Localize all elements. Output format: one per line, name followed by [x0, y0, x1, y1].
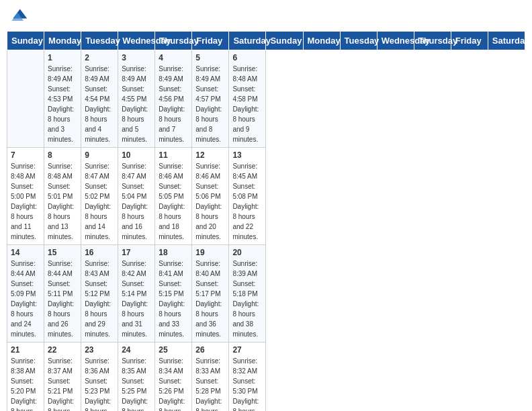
logo [9, 7, 31, 26]
cell-info: Sunrise: 8:48 AM Sunset: 4:58 PM Dayligh… [232, 64, 262, 144]
header-day-tuesday: Tuesday [340, 32, 377, 50]
day-number: 18 [159, 248, 188, 257]
cell-info: Sunrise: 8:49 AM Sunset: 4:57 PM Dayligh… [195, 64, 225, 144]
cell-info: Sunrise: 8:36 AM Sunset: 5:23 PM Dayligh… [85, 356, 114, 411]
calendar-cell: 6 Sunrise: 8:48 AM Sunset: 4:58 PM Dayli… [229, 50, 266, 148]
cell-info: Sunrise: 8:48 AM Sunset: 5:01 PM Dayligh… [48, 161, 77, 242]
header-wednesday: Wednesday [118, 32, 155, 50]
cell-info: Sunrise: 8:46 AM Sunset: 5:06 PM Dayligh… [195, 161, 225, 242]
calendar-cell: 14 Sunrise: 8:44 AM Sunset: 5:09 PM Dayl… [7, 245, 44, 342]
cell-info: Sunrise: 8:41 AM Sunset: 5:15 PM Dayligh… [159, 259, 188, 339]
calendar-cell: 10 Sunrise: 8:47 AM Sunset: 5:04 PM Dayl… [118, 148, 155, 245]
header-day-wednesday: Wednesday [377, 32, 414, 50]
day-number: 19 [195, 248, 225, 257]
day-number: 21 [11, 345, 40, 355]
cell-info: Sunrise: 8:49 AM Sunset: 4:54 PM Dayligh… [85, 64, 114, 144]
day-number: 6 [232, 53, 262, 62]
day-number: 17 [122, 248, 151, 257]
calendar-cell: 11 Sunrise: 8:46 AM Sunset: 5:05 PM Dayl… [155, 148, 192, 245]
cell-info: Sunrise: 8:49 AM Sunset: 4:53 PM Dayligh… [48, 64, 77, 144]
day-number: 11 [159, 150, 188, 160]
header-friday: Friday [192, 32, 229, 50]
calendar-cell: 18 Sunrise: 8:41 AM Sunset: 5:15 PM Dayl… [155, 245, 192, 342]
calendar-cell: 12 Sunrise: 8:46 AM Sunset: 5:06 PM Dayl… [192, 148, 229, 245]
calendar-cell: 27 Sunrise: 8:32 AM Sunset: 5:30 PM Dayl… [229, 342, 266, 412]
calendar-table: SundayMondayTuesdayWednesdayThursdayFrid… [7, 31, 525, 411]
day-number: 14 [11, 248, 40, 257]
logo-icon [9, 7, 28, 26]
calendar-cell: 26 Sunrise: 8:33 AM Sunset: 5:28 PM Dayl… [192, 342, 229, 412]
cell-info: Sunrise: 8:47 AM Sunset: 5:02 PM Dayligh… [85, 161, 114, 242]
calendar-cell: 17 Sunrise: 8:42 AM Sunset: 5:14 PM Dayl… [118, 245, 155, 342]
calendar-cell: 3 Sunrise: 8:49 AM Sunset: 4:55 PM Dayli… [118, 50, 155, 148]
day-number: 2 [85, 53, 114, 62]
day-number: 3 [122, 53, 151, 62]
calendar-cell: 20 Sunrise: 8:39 AM Sunset: 5:18 PM Dayl… [229, 245, 266, 342]
header-saturday: Saturday [229, 32, 266, 50]
cell-info: Sunrise: 8:49 AM Sunset: 4:55 PM Dayligh… [122, 64, 151, 144]
cell-info: Sunrise: 8:33 AM Sunset: 5:28 PM Dayligh… [195, 356, 225, 411]
page-header [7, 7, 525, 26]
day-number: 20 [232, 248, 262, 257]
calendar-cell: 23 Sunrise: 8:36 AM Sunset: 5:23 PM Dayl… [81, 342, 118, 412]
calendar-cell: 13 Sunrise: 8:45 AM Sunset: 5:08 PM Dayl… [229, 148, 266, 245]
day-number: 22 [48, 345, 77, 355]
calendar-cell: 2 Sunrise: 8:49 AM Sunset: 4:54 PM Dayli… [81, 50, 118, 148]
day-number: 16 [85, 248, 114, 257]
calendar-cell: 22 Sunrise: 8:37 AM Sunset: 5:21 PM Dayl… [44, 342, 81, 412]
header-day-thursday: Thursday [414, 32, 451, 50]
calendar-header-row: SundayMondayTuesdayWednesdayThursdayFrid… [7, 32, 525, 50]
calendar-cell: 9 Sunrise: 8:47 AM Sunset: 5:02 PM Dayli… [81, 148, 118, 245]
calendar-week-row: 7 Sunrise: 8:48 AM Sunset: 5:00 PM Dayli… [7, 148, 525, 245]
header-thursday: Thursday [155, 32, 192, 50]
cell-info: Sunrise: 8:45 AM Sunset: 5:08 PM Dayligh… [232, 161, 262, 242]
header-monday: Monday [44, 32, 81, 50]
cell-info: Sunrise: 8:44 AM Sunset: 5:09 PM Dayligh… [11, 259, 40, 339]
cell-info: Sunrise: 8:48 AM Sunset: 5:00 PM Dayligh… [11, 161, 40, 242]
cell-info: Sunrise: 8:37 AM Sunset: 5:21 PM Dayligh… [48, 356, 77, 411]
day-number: 7 [11, 150, 40, 160]
calendar-week-row: 1 Sunrise: 8:49 AM Sunset: 4:53 PM Dayli… [7, 50, 525, 148]
calendar-cell: 4 Sunrise: 8:49 AM Sunset: 4:56 PM Dayli… [155, 50, 192, 148]
cell-info: Sunrise: 8:39 AM Sunset: 5:18 PM Dayligh… [232, 259, 262, 339]
cell-info: Sunrise: 8:34 AM Sunset: 5:26 PM Dayligh… [159, 356, 188, 411]
cell-info: Sunrise: 8:35 AM Sunset: 5:25 PM Dayligh… [122, 356, 151, 411]
day-number: 9 [85, 150, 114, 160]
day-number: 5 [195, 53, 225, 62]
cell-info: Sunrise: 8:47 AM Sunset: 5:04 PM Dayligh… [122, 161, 151, 242]
calendar-week-row: 14 Sunrise: 8:44 AM Sunset: 5:09 PM Dayl… [7, 245, 525, 342]
cell-info: Sunrise: 8:42 AM Sunset: 5:14 PM Dayligh… [122, 259, 151, 339]
day-number: 13 [232, 150, 262, 160]
header-day-sunday: Sunday [266, 32, 303, 50]
header-tuesday: Tuesday [81, 32, 118, 50]
cell-info: Sunrise: 8:32 AM Sunset: 5:30 PM Dayligh… [232, 356, 262, 411]
calendar-week-row: 21 Sunrise: 8:38 AM Sunset: 5:20 PM Dayl… [7, 342, 525, 412]
day-number: 27 [232, 345, 262, 355]
header-sunday: Sunday [7, 32, 44, 50]
day-number: 10 [122, 150, 151, 160]
day-number: 8 [48, 150, 77, 160]
cell-info: Sunrise: 8:46 AM Sunset: 5:05 PM Dayligh… [159, 161, 188, 242]
day-number: 12 [195, 150, 225, 160]
calendar-cell: 5 Sunrise: 8:49 AM Sunset: 4:57 PM Dayli… [192, 50, 229, 148]
day-number: 4 [159, 53, 188, 62]
cell-info: Sunrise: 8:40 AM Sunset: 5:17 PM Dayligh… [195, 259, 225, 339]
day-number: 15 [48, 248, 77, 257]
day-number: 26 [195, 345, 225, 355]
cell-info: Sunrise: 8:38 AM Sunset: 5:20 PM Dayligh… [11, 356, 40, 411]
calendar-cell: 15 Sunrise: 8:44 AM Sunset: 5:11 PM Dayl… [44, 245, 81, 342]
header-day-saturday: Saturday [488, 32, 525, 50]
header-day-friday: Friday [451, 32, 488, 50]
calendar-cell: 21 Sunrise: 8:38 AM Sunset: 5:20 PM Dayl… [7, 342, 44, 412]
calendar-cell: 16 Sunrise: 8:43 AM Sunset: 5:12 PM Dayl… [81, 245, 118, 342]
header-day-monday: Monday [303, 32, 340, 50]
day-number: 24 [122, 345, 151, 355]
calendar-cell: 7 Sunrise: 8:48 AM Sunset: 5:00 PM Dayli… [7, 148, 44, 245]
calendar-cell: 19 Sunrise: 8:40 AM Sunset: 5:17 PM Dayl… [192, 245, 229, 342]
cell-info: Sunrise: 8:44 AM Sunset: 5:11 PM Dayligh… [48, 259, 77, 339]
day-number: 1 [48, 53, 77, 62]
cell-info: Sunrise: 8:49 AM Sunset: 4:56 PM Dayligh… [159, 64, 188, 144]
day-number: 23 [85, 345, 114, 355]
day-number: 25 [159, 345, 188, 355]
calendar-cell [7, 50, 44, 148]
